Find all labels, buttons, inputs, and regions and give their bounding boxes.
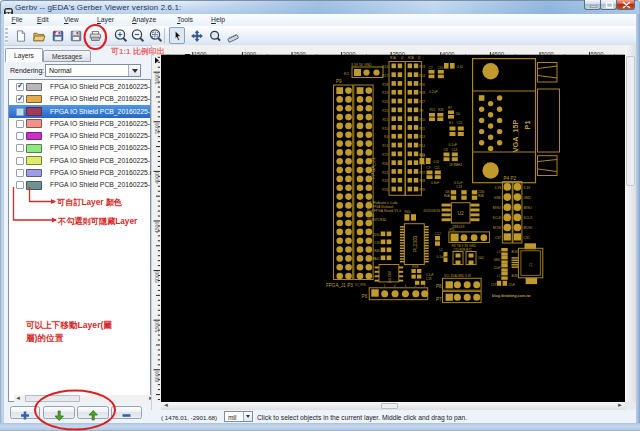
svg-text:R26: R26 — [419, 83, 425, 87]
svg-text:0.8uF: 0.8uF — [431, 181, 439, 185]
svg-text:R40: R40 — [404, 210, 410, 214]
svg-text:SCL SDA GND 3.3V: SCL SDA GND 3.3V — [444, 274, 471, 278]
svg-text:CS?: CS? — [495, 236, 502, 240]
svg-text:3500: 3500 — [154, 122, 160, 134]
svg-text:E1: E1 — [449, 121, 453, 125]
svg-text:R1A: R1A — [390, 56, 396, 60]
svg-text:C18: C18 — [426, 277, 432, 281]
svg-text:P8: P8 — [436, 284, 442, 289]
svg-text:220k: 220k — [373, 233, 380, 237]
svg-text:R25: R25 — [382, 109, 388, 113]
svg-text:R16: R16 — [382, 65, 388, 69]
svg-text:L1: L1 — [497, 274, 501, 278]
svg-text:5500: 5500 — [154, 321, 160, 333]
svg-text:FPGA_J1 P3: FPGA_J1 P3 — [326, 283, 353, 288]
svg-text:C14: C14 — [452, 148, 458, 152]
svg-text:Ω: Ω — [401, 56, 404, 60]
svg-text:C8: C8 — [444, 148, 448, 152]
svg-text:0.1uF: 0.1uF — [436, 255, 445, 259]
svg-text:R4A: R4A — [444, 194, 450, 198]
svg-text:MOSI: MOSI — [524, 226, 533, 230]
svg-text:C12: C12 — [435, 232, 441, 236]
svg-text:SCLX: SCLX — [524, 216, 533, 220]
svg-text:P7: P7 — [436, 297, 442, 302]
svg-text:R15: R15 — [430, 108, 436, 112]
svg-text:R10: R10 — [382, 127, 388, 131]
svg-text:C19: C19 — [491, 283, 497, 287]
svg-text:GND: GND — [524, 196, 532, 200]
svg-text:5000: 5000 — [154, 271, 160, 283]
svg-text:R39: R39 — [419, 188, 425, 192]
svg-text:P4 P2: P4 P2 — [504, 176, 517, 181]
svg-text:28.8MHZ: 28.8MHZ — [449, 163, 462, 167]
svg-text:R31: R31 — [382, 171, 388, 175]
svg-text:R15: R15 — [419, 127, 425, 131]
svg-text:3.3V 5V GND: 3.3V 5V GND — [351, 63, 372, 67]
svg-text:C10: C10 — [438, 66, 444, 70]
svg-text:6000: 6000 — [154, 370, 160, 382]
svg-text:C15: C15 — [457, 121, 463, 125]
svg-text:R7: R7 — [448, 106, 452, 110]
svg-text:24LC08: 24LC08 — [388, 271, 392, 283]
svg-text:C16: C16 — [374, 241, 380, 245]
svg-text:0.1uF: 0.1uF — [449, 143, 458, 147]
svg-text:blog.ittraining.com.tw: blog.ittraining.com.tw — [492, 294, 530, 298]
svg-text:R13: R13 — [419, 135, 425, 139]
svg-text:R14: R14 — [419, 144, 425, 148]
svg-text:R44: R44 — [420, 154, 426, 158]
svg-text:R24: R24 — [419, 74, 425, 78]
svg-text:C9: C9 — [427, 166, 431, 170]
svg-text:R28: R28 — [419, 91, 425, 95]
svg-text:L2: L2 — [439, 248, 443, 252]
svg-text:P6: P6 — [362, 294, 368, 299]
svg-text:R10: R10 — [419, 118, 425, 122]
svg-text:R7C: R7C — [466, 248, 473, 252]
svg-text:CS1: CS1 — [524, 236, 531, 240]
svg-text:0 Ω: 0 Ω — [434, 160, 440, 164]
svg-text:0 Ω: 0 Ω — [457, 65, 463, 69]
svg-text:K1: K1 — [344, 71, 350, 76]
svg-text:U2: U2 — [457, 210, 464, 216]
svg-text:22030ITCR3Ω: 22030ITCR3Ω — [367, 218, 387, 222]
svg-text:R19: R19 — [382, 91, 388, 95]
svg-text:MISO: MISO — [493, 206, 502, 210]
svg-text:Ω: Ω — [418, 56, 421, 60]
svg-text:R23: R23 — [419, 65, 425, 69]
svg-text:VGA_15P: VGA_15P — [511, 120, 520, 153]
svg-text:C7: C7 — [429, 66, 433, 70]
svg-text:3.3V: 3.3V — [524, 186, 532, 190]
svg-text:C11: C11 — [434, 166, 440, 170]
svg-text:P1: P1 — [523, 121, 532, 130]
svg-text:3: 3 — [404, 284, 406, 288]
svg-text:4: 4 — [394, 284, 396, 288]
svg-text:R9: R9 — [419, 109, 423, 113]
svg-text:3000: 3000 — [154, 73, 160, 85]
svg-text:R35: R35 — [438, 108, 444, 112]
svg-text:22uF: 22uF — [509, 283, 516, 287]
svg-text:Use FPGA Workbook: Use FPGA Workbook — [367, 205, 394, 209]
svg-text:See FPGA Shield V1.0: See FPGA Shield V1.0 — [367, 209, 401, 213]
svg-text:R4: R4 — [384, 135, 388, 139]
svg-text:SCLK: SCLK — [493, 216, 502, 220]
svg-text:0.2uF: 0.2uF — [429, 90, 438, 94]
svg-text:22uF: 22uF — [494, 266, 501, 270]
svg-text:FPGA_J1: FPGA_J1 — [370, 157, 376, 179]
svg-text:1: 1 — [424, 284, 426, 288]
svg-text:R17: R17 — [382, 74, 388, 78]
svg-text:C13: C13 — [456, 185, 462, 189]
svg-text:R20: R20 — [382, 100, 388, 104]
svg-text:PL2303: PL2303 — [413, 235, 418, 252]
svg-text:R32: R32 — [382, 179, 388, 183]
svg-text:GND: GND — [494, 196, 502, 200]
svg-text:2015/03/16: 2015/03/16 — [423, 209, 440, 213]
svg-text:RXE: RXE — [412, 265, 419, 269]
svg-text:L3: L3 — [497, 250, 501, 254]
svg-text:R18: R18 — [382, 83, 388, 87]
svg-text:R46: R46 — [374, 249, 380, 253]
svg-text:R27: R27 — [419, 100, 425, 104]
svg-text:R13: R13 — [382, 144, 388, 148]
svg-text:MOSI: MOSI — [493, 226, 502, 230]
svg-text:R29: R29 — [382, 153, 388, 157]
svg-text:J1: J1 — [529, 263, 533, 267]
svg-text:1kΩ: 1kΩ — [478, 256, 484, 260]
